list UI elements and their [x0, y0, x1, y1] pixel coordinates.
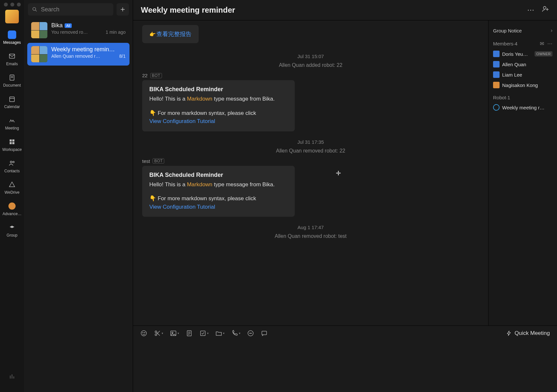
nav-calendar[interactable]: Calendar — [2, 92, 22, 113]
markdown-word: Markdown — [187, 181, 212, 188]
conversation-column: Search Bika All You removed ro… 1 min ag… — [24, 0, 133, 392]
svg-point-27 — [172, 332, 173, 333]
svg-point-36 — [250, 333, 250, 334]
conversation-time: 1 min ago — [106, 30, 126, 35]
meeting-icon — [8, 116, 16, 125]
member-row[interactable]: Liam Lee — [493, 69, 552, 80]
messages-icon — [8, 31, 16, 39]
svg-rect-39 — [262, 331, 267, 335]
search-placeholder: Search — [41, 6, 59, 13]
phone-icon[interactable]: ▾ — [231, 330, 241, 337]
system-message: Allen Quan removed robot: test — [138, 233, 484, 239]
svg-line-24 — [156, 332, 160, 336]
members-label: Members·4 — [493, 41, 517, 46]
nav-workspace[interactable]: Workspace — [2, 135, 22, 156]
robot-name: Weekly meeting r… — [502, 105, 552, 110]
nav-label: Messages — [3, 40, 21, 45]
composer[interactable]: ▾ ▾ ▾ ▾ ▾ Quick Meeting — [133, 325, 557, 392]
all-badge: All — [65, 23, 72, 28]
user-avatar[interactable] — [5, 10, 19, 23]
svg-point-37 — [251, 333, 251, 334]
group-icon — [8, 223, 16, 232]
svg-point-10 — [10, 161, 12, 163]
report-card[interactable]: 👉查看完整报告 — [142, 25, 199, 43]
envelope-icon[interactable]: ✉ — [540, 41, 544, 47]
add-member-icon[interactable] — [541, 5, 549, 15]
member-row[interactable]: Doris Yeu… OWNER — [493, 49, 552, 59]
owner-tag: OWNER — [535, 51, 552, 56]
new-button[interactable] — [117, 3, 129, 16]
sender-name: test — [142, 158, 150, 164]
nav-contacts[interactable]: Contacts — [2, 156, 22, 177]
robot-header: Robot·1 — [493, 95, 552, 100]
task-icon[interactable]: ▾ — [199, 330, 209, 337]
chat-column: Weekly meeting reminder ⋯ 👉查看完整报告 Jul 31… — [133, 0, 557, 392]
member-name: Liam Lee — [502, 72, 552, 78]
quick-meeting-button[interactable]: Quick Meeting — [506, 330, 550, 337]
traffic-max[interactable] — [17, 3, 21, 6]
scissors-icon[interactable]: ▾ — [154, 330, 163, 337]
nav-meeting[interactable]: Meeting — [2, 114, 22, 134]
more-icon[interactable]: ⋯ — [527, 6, 534, 14]
pointing-emoji: 👉 — [149, 31, 156, 37]
member-name: Nagisakon Kong — [502, 82, 552, 88]
conversation-item[interactable]: Weekly meeting remin… Allen Quan removed… — [27, 43, 130, 66]
member-avatar — [493, 71, 500, 78]
chevron-right-icon: › — [551, 28, 552, 33]
group-notice-label: Group Notice — [493, 28, 522, 33]
card-title: BIKA Scheduled Reminder — [149, 86, 288, 93]
view-config-link[interactable]: View Configuration Tutorial — [149, 204, 215, 210]
nav-wedrive[interactable]: WeDrive — [2, 178, 22, 199]
quote-icon[interactable] — [261, 330, 268, 337]
member-row[interactable]: Nagisakon Kong — [493, 80, 552, 90]
system-message: Allen Quan removed robot: 22 — [138, 148, 484, 154]
nav-label: WeDrive — [5, 190, 19, 195]
traffic-close[interactable] — [4, 3, 8, 6]
mention-icon[interactable] — [247, 330, 254, 337]
member-name: Allen Quan — [502, 62, 552, 67]
svg-point-11 — [13, 161, 14, 163]
message-card[interactable]: BIKA Scheduled Reminder Hello! This is a… — [142, 166, 295, 217]
image-icon[interactable]: ▾ — [170, 330, 179, 337]
nav-emails[interactable]: Emails — [2, 49, 22, 70]
search-input[interactable]: Search — [28, 3, 113, 16]
nav-group[interactable]: Group — [2, 221, 22, 241]
nav-label: Document — [3, 83, 21, 88]
group-notice-row[interactable]: Group Notice › — [493, 25, 552, 36]
bot-message: test BOT BIKA Scheduled Reminder Hello! … — [142, 158, 484, 217]
view-config-link[interactable]: View Configuration Tutorial — [149, 118, 215, 124]
report-link[interactable]: 查看完整报告 — [156, 31, 192, 37]
nav-messages[interactable]: Messages — [2, 28, 22, 49]
message-area[interactable]: 👉查看完整报告 Jul 31 15:07 Allen Quan added ro… — [133, 20, 488, 325]
time-divider: Jul 31 15:07 — [138, 54, 484, 59]
conversation-item[interactable]: Bika All You removed ro… 1 min ago — [27, 19, 130, 42]
traffic-min[interactable] — [10, 3, 14, 6]
quick-meeting-label: Quick Meeting — [514, 330, 550, 337]
conversation-preview: Allen Quan removed r… — [51, 54, 100, 59]
svg-point-38 — [251, 333, 252, 334]
wedrive-icon — [8, 180, 16, 189]
chat-header: Weekly meeting reminder ⋯ — [133, 0, 557, 20]
nav-label: Group — [6, 233, 17, 238]
window-controls[interactable] — [0, 3, 21, 6]
nav-advance[interactable]: Advance… — [2, 199, 22, 220]
lightning-icon — [506, 330, 512, 336]
nav-document[interactable]: Document — [2, 71, 22, 92]
svg-line-13 — [35, 10, 37, 11]
emoji-icon[interactable] — [140, 330, 147, 337]
members-header: Members·4 ✉ ⋯ — [493, 41, 552, 47]
nav-bottom[interactable] — [2, 370, 22, 386]
more-members-icon[interactable]: ⋯ — [547, 41, 552, 47]
note-icon[interactable] — [186, 330, 193, 337]
nav-label: Advance… — [3, 212, 22, 216]
chat-title: Weekly meeting reminder — [141, 6, 520, 15]
advance-icon — [8, 202, 16, 210]
folder-icon[interactable]: ▾ — [215, 330, 225, 337]
robot-row[interactable]: Weekly meeting r… — [493, 102, 552, 113]
calendar-icon — [8, 95, 16, 103]
left-nav-bar: Messages Emails Document Calendar Meetin… — [0, 0, 24, 392]
message-card[interactable]: BIKA Scheduled Reminder Hello! This is a… — [142, 80, 295, 131]
svg-line-25 — [156, 331, 160, 334]
conversation-avatar — [31, 22, 47, 38]
member-row[interactable]: Allen Quan — [493, 59, 552, 69]
